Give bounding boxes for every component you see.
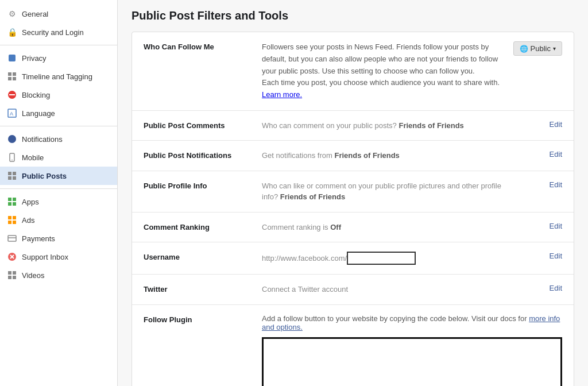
sidebar-item-public-posts[interactable]: Public Posts [0, 167, 117, 185]
svg-rect-14 [8, 176, 11, 180]
support-icon [7, 252, 17, 262]
svg-rect-31 [8, 276, 11, 279]
sidebar-item-security-login[interactable]: 🔒 Security and Login [0, 23, 117, 41]
who-can-follow-section: Who Can Follow Me Followers see your pos… [132, 32, 574, 111]
mobile-icon [7, 152, 17, 163]
username-section: Username http://www.facebook.com/ Edit [132, 242, 574, 275]
who-can-follow-desc2: Each time you post, you choose which aud… [262, 77, 501, 89]
follow-plugin-textarea[interactable] [262, 337, 562, 386]
twitter-connect-text: Connect a Twitter account [262, 285, 348, 294]
follow-plugin-label: Follow Plugin [144, 314, 253, 386]
who-can-follow-desc1: Followers see your posts in News Feed. F… [262, 41, 501, 77]
public-post-notifications-section: Public Post Notifications Get notificati… [132, 141, 574, 171]
public-profile-info-section: Public Profile Info Who can like or comm… [132, 171, 574, 213]
public-post-comments-prefix: Who can comment on your public posts? [262, 121, 399, 130]
sidebar-item-label: Privacy [22, 54, 47, 63]
sidebar-item-mobile[interactable]: Mobile [0, 148, 117, 167]
sidebar-item-label: Mobile [22, 153, 44, 162]
page-title: Public Post Filters and Tools [131, 9, 574, 22]
follow-plugin-inner: Follow Plugin Add a follow button to you… [144, 314, 562, 386]
username-input[interactable] [347, 252, 416, 265]
sidebar-item-notifications[interactable]: Notifications [0, 130, 117, 148]
public-post-comments-value: Friends of Friends [399, 121, 463, 130]
sidebar: ⚙ General 🔒 Security and Login Privacy T… [0, 0, 118, 386]
public-profile-info-edit[interactable]: Edit [550, 180, 562, 189]
svg-rect-24 [8, 236, 16, 241]
sidebar-item-language[interactable]: A Language [0, 104, 117, 122]
svg-rect-19 [13, 202, 16, 206]
sidebar-item-ads[interactable]: Ads [0, 211, 117, 229]
public-post-comments-label: Public Post Comments [144, 120, 253, 130]
comment-ranking-value: Off [330, 223, 341, 231]
sidebar-item-payments[interactable]: Payments [0, 229, 117, 248]
svg-rect-32 [13, 276, 16, 279]
public-post-notifications-label: Public Post Notifications [144, 150, 253, 160]
sidebar-item-label: Public Posts [22, 172, 67, 180]
svg-point-9 [8, 135, 16, 143]
sidebar-item-blocking[interactable]: Blocking [0, 86, 117, 104]
twitter-edit[interactable]: Edit [550, 284, 562, 292]
public-profile-info-label: Public Profile Info [144, 180, 253, 190]
username-edit[interactable]: Edit [550, 252, 562, 260]
follow-plugin-section: Follow Plugin Add a follow button to you… [132, 305, 574, 386]
learn-more-link[interactable]: Learn more. [262, 90, 302, 99]
public-post-comments-action: Edit [528, 120, 562, 129]
public-dropdown-button[interactable]: 🌐 Public ▾ [513, 41, 562, 56]
blocking-icon [7, 90, 17, 100]
sidebar-item-timeline[interactable]: Timeline and Tagging [0, 67, 117, 86]
username-action: Edit [528, 252, 562, 260]
public-post-comments-section: Public Post Comments Who can comment on … [132, 111, 574, 141]
svg-rect-1 [8, 72, 11, 76]
public-profile-info-desc: Who can like or comment on your public p… [262, 180, 519, 203]
public-post-comments-desc: Who can comment on your public posts? Fr… [262, 120, 519, 132]
public-post-comments-edit[interactable]: Edit [550, 120, 562, 129]
svg-rect-3 [8, 77, 11, 80]
sidebar-item-label: Language [22, 109, 55, 118]
who-can-follow-label: Who Can Follow Me [144, 41, 253, 101]
who-can-follow-action: 🌐 Public ▾ [510, 41, 562, 101]
gear-icon: ⚙ [7, 9, 17, 19]
videos-icon [7, 270, 17, 280]
timeline-icon [7, 71, 17, 82]
sidebar-divider-1 [0, 45, 117, 45]
language-icon: A [7, 108, 17, 118]
username-url-prefix: http://www.facebook.com/ [262, 253, 347, 264]
comment-ranking-desc: Comment ranking is Off [262, 222, 519, 233]
public-post-notifications-desc: Get notifications from Friends of Friend… [262, 150, 519, 161]
sidebar-item-privacy[interactable]: Privacy [0, 49, 117, 67]
sidebar-item-label: Support Inbox [22, 253, 68, 261]
public-profile-info-value: Friends of Friends [280, 192, 345, 201]
main-content: Public Post Filters and Tools Who Can Fo… [118, 0, 588, 386]
sidebar-item-label: Timeline and Tagging [22, 72, 92, 81]
svg-rect-18 [8, 202, 11, 206]
twitter-label: Twitter [144, 284, 253, 294]
svg-rect-12 [8, 172, 11, 175]
public-post-notifications-edit[interactable]: Edit [550, 150, 562, 159]
chevron-down-icon: ▾ [553, 45, 556, 52]
follow-plugin-desc: Add a follow button to your website by c… [262, 314, 562, 331]
sidebar-item-label: General [22, 10, 48, 18]
sidebar-item-general[interactable]: ⚙ General [0, 5, 117, 23]
lock-icon: 🔒 [7, 27, 17, 37]
public-posts-icon [7, 171, 17, 181]
sidebar-item-label: Payments [22, 234, 55, 243]
sidebar-item-support-inbox[interactable]: Support Inbox [0, 248, 117, 266]
twitter-action: Edit [528, 284, 562, 292]
privacy-icon [7, 53, 17, 63]
comment-ranking-section: Comment Ranking Comment ranking is Off E… [132, 213, 574, 243]
username-content: http://www.facebook.com/ [262, 252, 519, 265]
sidebar-item-apps[interactable]: Apps [0, 192, 117, 211]
globe-icon: 🌐 [520, 45, 528, 53]
sidebar-item-label: Blocking [22, 91, 50, 99]
sidebar-item-videos[interactable]: Videos [0, 266, 117, 284]
sidebar-divider-3 [0, 188, 117, 189]
svg-rect-13 [13, 172, 16, 175]
public-post-notifications-value: Friends of Friends [334, 151, 399, 160]
svg-text:A: A [10, 111, 13, 117]
sidebar-item-label: Videos [22, 271, 45, 280]
svg-rect-23 [13, 221, 16, 224]
sidebar-item-label: Security and Login [22, 28, 84, 37]
comment-ranking-edit[interactable]: Edit [550, 222, 562, 230]
public-btn-label: Public [531, 44, 551, 53]
svg-rect-29 [8, 271, 11, 275]
